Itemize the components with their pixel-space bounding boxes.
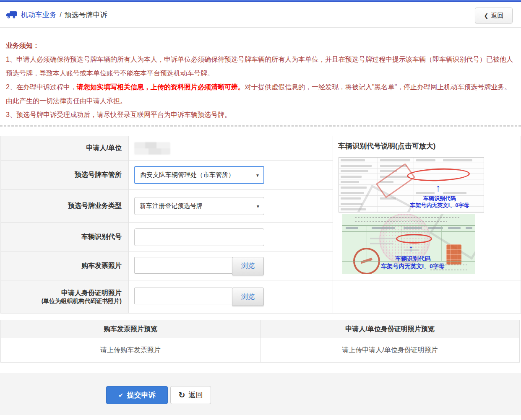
cert-text-bar [380,159,410,161]
invoice-preview-header: 购车发票照片预览 [1,320,260,338]
vin-callout-line2: 车架号内无英文I、0字母 [398,202,482,209]
business-type-select-value: 新车注册登记预选号牌 [140,202,203,210]
applicant-label: 申请人/单位 [1,136,129,161]
cert-text-bar [341,159,365,161]
office-select[interactable]: 西安支队车辆管理处（市车管所） ▼ [134,166,264,184]
vin-callout: 车辆识别代码 车架号内无英文I、0字母 [367,255,459,270]
cert-text-bar [341,192,364,194]
cert-text-bar [416,159,435,161]
cert-text-bar [341,181,359,183]
business-type-select[interactable]: 新车注册登记预选号牌 ▼ [134,197,264,215]
notice-title: 业务须知： [6,39,517,52]
id-photo-label: 申请人身份证明照片 (单位为组织机构代码证书照片) [1,280,129,314]
invoice-col-label [404,227,422,229]
id-photo-filename-input[interactable] [134,288,232,304]
photo-preview-table: 购车发票照片预览 申请人/单位身份证明照片预览 请上传购车发票照片 请上传申请人… [0,320,520,363]
notice-item-2-prefix: 2、在办理申诉过程中， [6,83,77,91]
vin-callout-line1: 车辆识别代码 [398,195,482,202]
vin-label: 车辆识别代号 [1,223,129,252]
notice-item-1: 1、申请人必须确保待预选号牌车辆的所有人为本人，申诉单位必须确保待预选号牌车辆的… [6,52,517,80]
page: 机动车业务 / 预选号牌申诉 ❮ 返回 业务须知： 1、申请人必须确保待预选号牌… [0,0,521,420]
applicant-value-redacted [134,142,170,155]
cert-text-bar [341,170,368,172]
notice-item-2: 2、在办理申诉过程中，请您如实填写相关信息，上传的资料照片必须清晰可辨。对于提供… [6,80,517,108]
business-notice: 业务须知： 1、申请人必须确保待预选号牌车辆的所有人为本人，申诉单位必须确保待预… [6,39,517,122]
cert-text-bar [443,192,466,194]
invoice-text-line [430,264,468,265]
notice-item-2-highlight: 请您如实填写相关信息，上传的资料照片必须清晰可辨。 [77,83,245,91]
cert-text-bar [341,187,367,189]
invoice-text-bar [370,238,397,239]
header: 机动车业务 / 预选号牌申诉 ❮ 返回 [0,2,521,28]
invoice-photo-browse-button[interactable]: 浏览 [232,257,264,275]
id-preview-header: 申请人/单位身份证明照片预览 [260,320,519,338]
cert-text-bar [443,159,472,161]
vin-help-zoom-hint: (点击可放大) [395,142,435,150]
invoice-photo-filename-input[interactable] [134,257,232,274]
breadcrumb-separator: / [60,11,62,19]
invoice-text-bar [370,243,393,244]
invoice-rule [342,261,475,262]
breadcrumb-section-link[interactable]: 机动车业务 [21,10,57,20]
breadcrumb: 机动车业务 / 预选号牌申诉 [6,10,107,20]
truck-icon [6,11,17,19]
business-type-label: 预选号牌业务类型 [1,190,129,223]
id-photo-file-control: 浏览 [134,288,333,306]
back-button[interactable]: ❮ 返回 [475,8,513,23]
vin-help-title: 车辆识别代号说明(点击可放大) [338,141,435,151]
notice-item-3: 3、预选号牌申诉受理成功后，请尽快登录互联网平台为申诉车辆预选号牌。 [6,108,517,122]
preview-header-row: 购车发票照片预览 申请人/单位身份证明照片预览 [1,320,519,338]
id-photo-browse-button[interactable]: 浏览 [232,288,264,306]
invoice-sample-image[interactable]: ↑ 车辆识别代码 车架号内无英文I、0字母 [342,214,475,274]
id-photo-label-line2: (单位为组织机构代码证书照片) [1,298,122,305]
vin-highlight-ellipse [396,234,432,244]
invoice-photo-file-control: 浏览 [134,257,333,275]
return-button[interactable]: ↻ 返回 [170,386,211,404]
id-preview-placeholder: 请上传申请人/单位身份证明照片 [260,338,519,362]
office-label: 预选号牌车管所 [1,161,129,190]
invoice-preview-placeholder: 请上传购车发票照片 [1,338,260,362]
cert-text-bar [341,203,362,205]
empty-cell [333,280,521,314]
refresh-icon: ↻ [179,391,185,399]
appeal-form-table: 申请人/单位 车辆识别代号说明(点击可放大) [0,136,521,314]
up-arrow-icon: ↑ [409,244,413,253]
invoice-photo-label: 购车发票照片 [1,252,129,280]
up-arrow-icon: ↑ [435,183,441,193]
invoice-text-line [355,221,447,222]
submit-appeal-button[interactable]: ✔ 提交申诉 [106,386,168,404]
chevron-down-icon: ▼ [256,204,260,208]
cert-text-bar [341,165,372,167]
cert-text-bar [341,176,362,178]
check-icon: ✔ [118,392,123,399]
chevron-down-icon: ▼ [255,173,260,177]
vin-input[interactable] [134,228,264,246]
submit-appeal-label: 提交申诉 [127,390,156,400]
vin-highlight-ellipse [407,167,470,182]
vehicle-certificate-image[interactable]: ↑ 车辆识别代码 车架号内无英文I、0字母 [339,157,484,213]
office-select-value: 西安支队车辆管理处（市车管所） [140,171,234,179]
vin-help-panel: 车辆识别代号说明(点击可放大) [333,136,521,280]
back-button-label: 返回 [491,12,503,20]
invoice-text-line [430,270,468,270]
preview-body-row: 请上传购车发票照片 请上传申请人/单位身份证明照片 [1,338,519,362]
page-title: 预选号牌申诉 [65,10,107,20]
vin-callout-line2: 车架号内无英文I、0字母 [367,263,459,270]
return-button-label: 返回 [188,390,203,400]
id-photo-label-line1: 申请人身份证明照片 [61,289,122,296]
invoice-col-label [372,227,395,229]
dashed-divider [0,125,521,127]
chevron-left-icon: ❮ [484,13,489,19]
invoice-col-label [346,227,358,229]
cert-text-bar [341,197,361,200]
action-bar: ✔ 提交申诉 ↻ 返回 [0,373,521,415]
vin-callout: 车辆识别代码 车架号内无英文I、0字母 [398,195,482,209]
cert-text-bar [416,192,435,194]
